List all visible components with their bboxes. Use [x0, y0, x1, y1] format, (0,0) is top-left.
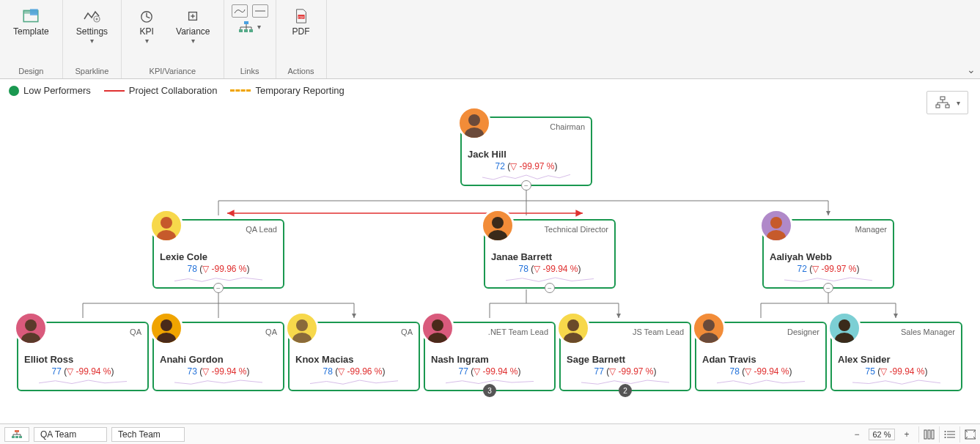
kpi-value: 78: [729, 366, 739, 377]
legend-low-performers: Low Performers: [9, 85, 91, 96]
avatar: [150, 209, 183, 243]
ribbon-group-links: ▾ Links: [224, 0, 276, 78]
legend-dashed-icon: [230, 89, 251, 92]
variance-value: -99.96 %: [212, 264, 247, 274]
link-structure-icon[interactable]: ▾: [238, 21, 261, 34]
avatar: [828, 311, 861, 345]
svg-point-35: [567, 319, 579, 331]
role-label: JS Team Lead: [633, 328, 684, 336]
node-alex-snider[interactable]: Sales Manager Alex Snider 75 (▽ -99.94 %…: [830, 322, 962, 391]
metric: 78 (▽ -99.96 %): [295, 366, 413, 377]
ribbon-group-design: Template Design: [0, 0, 63, 78]
name-label: Aaliyah Webb: [770, 251, 887, 262]
settings-button[interactable]: Settings ▾: [70, 4, 114, 48]
legend-project-collaboration: Project Collaboration: [104, 85, 218, 96]
down-triangle-icon: ▽: [880, 366, 887, 377]
down-triangle-icon: ▽: [474, 366, 480, 377]
svg-point-32: [292, 333, 312, 343]
kpi-label: KPI: [139, 26, 153, 37]
down-triangle-icon: ▽: [609, 366, 616, 377]
kpi-value: 77: [594, 366, 603, 377]
down-triangle-icon: ▽: [510, 161, 517, 171]
child-count-badge[interactable]: 3: [483, 384, 496, 397]
name-label: Alex Snider: [838, 354, 955, 365]
name-label: Anahi Gordon: [160, 354, 277, 365]
sparkline: [24, 378, 141, 387]
kpi-value: 72: [797, 264, 806, 274]
chevron-down-icon: ▾: [191, 37, 195, 45]
node-elliot-ross[interactable]: QA Elliot Ross 77 (▽ -99.94 %): [17, 322, 149, 391]
sparkline: [702, 378, 819, 387]
variance-value: -99.94 %: [754, 366, 789, 377]
settings-label: Settings: [76, 26, 108, 37]
legend-label: Temporary Reporting: [255, 85, 344, 96]
metric: 78 (▽ -99.94 %): [491, 264, 608, 274]
sparkline: [838, 378, 955, 387]
node-janae-barrett[interactable]: Technical Director Janae Barrett 78 (▽ -…: [484, 219, 616, 289]
kpi-value: 75: [865, 366, 874, 377]
svg-point-26: [767, 230, 786, 240]
child-count-badge[interactable]: 2: [619, 384, 632, 397]
ribbon-toolbar: Template Design Settings ▾ Sparkline KPI: [0, 0, 980, 79]
collapse-toggle[interactable]: −: [521, 180, 531, 190]
kpi-value: 77: [458, 366, 468, 377]
template-label: Template: [13, 26, 49, 37]
sparkline: [160, 378, 277, 387]
kpi-value: 73: [187, 366, 196, 377]
collapse-ribbon-button[interactable]: ⌄: [967, 64, 976, 75]
legend-swatch-icon: [9, 86, 19, 96]
svg-point-31: [296, 319, 308, 331]
metric: 72 (▽ -99.97 %): [770, 264, 887, 274]
legend-label: Low Performers: [23, 85, 91, 96]
collapse-toggle[interactable]: −: [823, 283, 833, 293]
node-anahi-gordon[interactable]: QA Anahi Gordon 73 (▽ -99.94 %): [152, 322, 284, 391]
template-button[interactable]: Template: [7, 4, 55, 40]
group-label-design: Design: [18, 64, 43, 77]
svg-point-24: [488, 230, 507, 240]
variance-value: -99.97 %: [822, 264, 857, 274]
collapse-toggle[interactable]: −: [213, 283, 224, 293]
node-jack-hill[interactable]: Chairman Jack Hill 72 (▽ -99.97 %) −: [460, 116, 592, 186]
avatar: [14, 311, 48, 345]
chevron-down-icon: ▾: [90, 37, 94, 45]
svg-point-27: [25, 319, 37, 331]
node-sage-barnett[interactable]: JS Team Lead Sage Barnett 77 (▽ -99.97 %…: [559, 322, 691, 391]
down-triangle-icon: ▽: [338, 366, 345, 377]
svg-point-34: [428, 333, 447, 343]
sparkline-settings-icon: [81, 7, 102, 25]
node-nash-ingram[interactable]: .NET Team Lead Nash Ingram 77 (▽ -99.94 …: [424, 322, 556, 391]
group-label-links: Links: [240, 64, 259, 77]
metric: 77 (▽ -99.94 %): [431, 366, 548, 377]
pdf-button[interactable]: PDF PDF: [284, 4, 319, 40]
svg-rect-16: [940, 97, 945, 100]
svg-point-30: [157, 333, 176, 343]
metric: 78 (▽ -99.96 %): [160, 264, 277, 274]
node-adan-travis[interactable]: Designer Adan Travis 78 (▽ -99.94 %): [695, 322, 827, 391]
legend-label: Project Collaboration: [129, 85, 218, 96]
svg-point-38: [699, 333, 718, 343]
variance-value: -99.94 %: [76, 366, 111, 377]
link-style-solid[interactable]: [232, 4, 248, 18]
chevron-down-icon: ▾: [257, 23, 261, 31]
variance-button[interactable]: Variance ▾: [170, 4, 215, 48]
svg-rect-12: [244, 29, 248, 32]
svg-point-22: [157, 230, 176, 240]
node-lexie-cole[interactable]: QA Lead Lexie Cole 78 (▽ -99.96 %) −: [152, 219, 284, 289]
avatar: [759, 209, 793, 243]
avatar: [556, 311, 590, 345]
legend: Low Performers Project Collaboration Tem…: [0, 79, 980, 102]
role-label: Sales Manager: [901, 328, 955, 336]
role-label: QA Lead: [246, 225, 277, 234]
node-knox-macias[interactable]: QA Knox Macias 78 (▽ -99.96 %): [288, 322, 420, 391]
svg-rect-13: [249, 29, 253, 32]
name-label: Knox Macias: [295, 354, 413, 365]
node-aaliyah-webb[interactable]: Manager Aaliyah Webb 72 (▽ -99.97 %) −: [762, 219, 894, 289]
collapse-toggle[interactable]: −: [545, 283, 555, 293]
link-style-straight[interactable]: [252, 4, 268, 18]
metric: 77 (▽ -99.97 %): [567, 366, 684, 377]
svg-point-29: [161, 319, 172, 331]
legend-line-icon: [104, 90, 125, 92]
variance-value: -99.94 %: [483, 366, 518, 377]
role-label: Designer: [787, 328, 819, 336]
kpi-button[interactable]: KPI ▾: [129, 4, 164, 48]
